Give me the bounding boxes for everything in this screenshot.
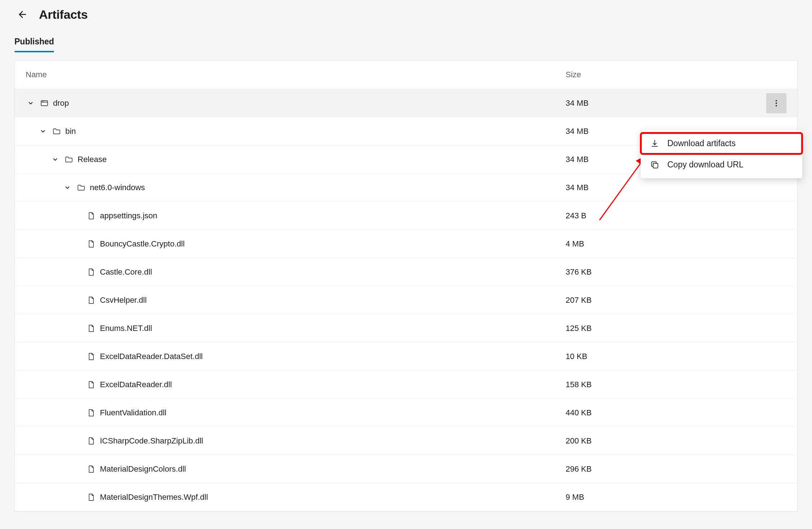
row-name-label: BouncyCastle.Crypto.dll xyxy=(100,239,185,249)
row-name-label: drop xyxy=(53,99,69,108)
name-cell: Castle.Core.dll xyxy=(26,267,566,277)
file-icon xyxy=(86,493,96,502)
row-size: 10 KB xyxy=(566,352,753,361)
row-size: 34 MB xyxy=(566,183,753,192)
svg-point-5 xyxy=(776,105,777,106)
menu-copy-url[interactable]: Copy download URL xyxy=(641,154,802,175)
table-row[interactable]: BouncyCastle.Crypto.dll4 MB xyxy=(15,230,797,258)
row-size: 9 MB xyxy=(566,493,753,502)
page-title: Artifacts xyxy=(39,8,88,22)
table-row[interactable]: appsettings.json243 B xyxy=(15,202,797,230)
name-cell: appsettings.json xyxy=(26,211,566,220)
folder-icon xyxy=(76,183,86,192)
file-icon xyxy=(86,211,96,220)
row-name-label: ExcelDataReader.dll xyxy=(100,380,172,389)
menu-copy-label: Copy download URL xyxy=(667,160,743,170)
row-size: 440 KB xyxy=(566,408,753,417)
context-menu: Download artifacts Copy download URL xyxy=(641,130,802,178)
row-size: 376 KB xyxy=(566,267,753,277)
row-name-label: net6.0-windows xyxy=(90,183,145,192)
name-cell: ExcelDataReader.dll xyxy=(26,380,566,389)
svg-rect-6 xyxy=(653,163,658,168)
name-cell: FluentValidation.dll xyxy=(26,408,566,417)
chevron-down-icon[interactable] xyxy=(62,184,73,191)
tabs-bar: Published xyxy=(0,26,812,52)
row-size: 243 B xyxy=(566,211,753,220)
col-name: Name xyxy=(26,70,566,79)
col-size: Size xyxy=(566,70,753,79)
row-name-label: Castle.Core.dll xyxy=(100,267,152,277)
chevron-down-icon[interactable] xyxy=(50,156,60,163)
back-button[interactable] xyxy=(14,6,30,22)
row-size: 158 KB xyxy=(566,380,753,389)
folder-icon xyxy=(52,127,62,136)
name-cell: net6.0-windows xyxy=(26,183,566,192)
table-header: Name Size xyxy=(15,61,797,89)
menu-download-label: Download artifacts xyxy=(667,139,736,148)
chevron-down-icon[interactable] xyxy=(38,128,48,135)
artifact-icon xyxy=(39,99,49,108)
name-cell: CsvHelper.dll xyxy=(26,296,566,305)
row-name-label: ExcelDataReader.DataSet.dll xyxy=(100,352,203,361)
row-size: 207 KB xyxy=(566,296,753,305)
table-row[interactable]: FluentValidation.dll440 KB xyxy=(15,399,797,427)
table-row[interactable]: ICSharpCode.SharpZipLib.dll200 KB xyxy=(15,427,797,455)
file-icon xyxy=(86,380,96,389)
row-size: 4 MB xyxy=(566,239,753,249)
folder-icon xyxy=(64,155,74,164)
row-name-label: FluentValidation.dll xyxy=(100,408,166,417)
row-name-label: ICSharpCode.SharpZipLib.dll xyxy=(100,436,203,446)
chevron-down-icon[interactable] xyxy=(26,100,36,106)
row-size: 34 MB xyxy=(566,99,753,108)
svg-rect-0 xyxy=(41,101,48,106)
table-row[interactable]: Enums.NET.dll125 KB xyxy=(15,314,797,342)
file-icon xyxy=(86,240,96,248)
row-name-label: CsvHelper.dll xyxy=(100,296,147,305)
row-name-label: appsettings.json xyxy=(100,211,157,220)
page-header: Artifacts xyxy=(0,0,812,26)
file-icon xyxy=(86,352,96,361)
more-actions-button[interactable] xyxy=(766,93,786,113)
row-size: 125 KB xyxy=(566,324,753,333)
name-cell: drop xyxy=(26,99,566,108)
file-icon xyxy=(86,437,96,445)
table-row[interactable]: ExcelDataReader.dll158 KB xyxy=(15,371,797,399)
artifacts-panel: Name Size drop34 MBbin34 MBRelease34 MBn… xyxy=(14,60,798,512)
svg-point-4 xyxy=(776,102,777,104)
row-size: 296 KB xyxy=(566,464,753,474)
file-icon xyxy=(86,465,96,473)
file-icon xyxy=(86,324,96,333)
row-name-label: Release xyxy=(78,155,107,164)
name-cell: bin xyxy=(26,127,566,136)
name-cell: ICSharpCode.SharpZipLib.dll xyxy=(26,436,566,446)
row-actions xyxy=(753,93,786,113)
name-cell: BouncyCastle.Crypto.dll xyxy=(26,239,566,249)
file-icon xyxy=(86,296,96,305)
menu-download-artifacts[interactable]: Download artifacts xyxy=(641,133,802,154)
svg-point-3 xyxy=(776,100,777,101)
file-icon xyxy=(86,268,96,276)
name-cell: Enums.NET.dll xyxy=(26,324,566,333)
name-cell: MaterialDesignThemes.Wpf.dll xyxy=(26,493,566,502)
row-size: 200 KB xyxy=(566,436,753,446)
row-name-label: bin xyxy=(65,127,76,136)
name-cell: ExcelDataReader.DataSet.dll xyxy=(26,352,566,361)
row-name-label: MaterialDesignThemes.Wpf.dll xyxy=(100,493,208,502)
name-cell: MaterialDesignColors.dll xyxy=(26,464,566,474)
table-row[interactable]: ExcelDataReader.DataSet.dll10 KB xyxy=(15,342,797,371)
file-icon xyxy=(86,408,96,417)
row-name-label: MaterialDesignColors.dll xyxy=(100,464,186,474)
table-row[interactable]: CsvHelper.dll207 KB xyxy=(15,286,797,314)
table-row[interactable]: drop34 MB xyxy=(15,89,797,117)
table-row[interactable]: MaterialDesignColors.dll296 KB xyxy=(15,455,797,483)
table-row[interactable]: MaterialDesignThemes.Wpf.dll9 MB xyxy=(15,483,797,511)
copy-icon xyxy=(650,160,659,170)
name-cell: Release xyxy=(26,155,566,164)
row-name-label: Enums.NET.dll xyxy=(100,324,152,333)
arrow-left-icon xyxy=(17,9,28,20)
tab-published[interactable]: Published xyxy=(14,37,54,52)
download-icon xyxy=(650,139,659,148)
table-row[interactable]: Castle.Core.dll376 KB xyxy=(15,258,797,286)
